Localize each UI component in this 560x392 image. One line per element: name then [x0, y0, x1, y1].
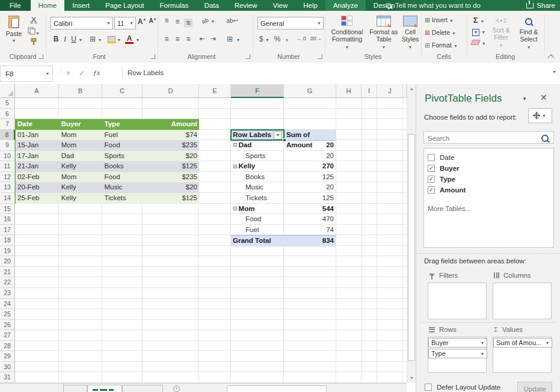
name-box[interactable]: F8 ▼: [0, 66, 53, 82]
row-header-15[interactable]: 15: [0, 204, 15, 215]
field-checkbox[interactable]: ✓: [428, 176, 435, 183]
font-dialog-launcher[interactable]: [150, 54, 155, 59]
new-sheet-button[interactable]: +: [173, 385, 180, 392]
pivot-row-tickets[interactable]: Tickets125: [231, 193, 336, 204]
data-table-header-row[interactable]: DateBuyerTypeAmount: [16, 119, 199, 130]
collapse-icon[interactable]: ⊟: [233, 206, 238, 212]
row-header-23[interactable]: 23: [0, 288, 15, 299]
row-header-11[interactable]: 11: [0, 161, 15, 172]
search-input[interactable]: [426, 132, 540, 144]
column-header-C[interactable]: C: [102, 84, 143, 98]
row-header-13[interactable]: 13: [0, 182, 15, 193]
pivot-row-music[interactable]: Music20: [231, 182, 336, 193]
ribbon-tab-page-layout[interactable]: Page Layout: [97, 0, 152, 11]
row-header-25[interactable]: 25: [0, 309, 15, 320]
enter-button[interactable]: ✓: [79, 69, 85, 78]
scroll-down-button[interactable]: ▼: [408, 373, 416, 382]
cell-styles-button[interactable]: Cell Styles ▼: [399, 14, 421, 51]
values-drop-area[interactable]: Sum of Amou...▼: [493, 337, 552, 373]
row-header-29[interactable]: 29: [0, 351, 15, 362]
merge-dropdown-arrow[interactable]: ▼: [235, 38, 241, 42]
select-all-corner[interactable]: [0, 84, 15, 98]
decrease-decimal-button[interactable]: .00→: [308, 35, 322, 41]
font-color-button[interactable]: A: [125, 35, 134, 44]
middle-align-button[interactable]: ≡: [173, 17, 182, 26]
ribbon-tab-formulas[interactable]: Formulas: [152, 0, 197, 11]
number-format-dropdown-arrow[interactable]: ▼: [315, 21, 323, 25]
delete-cells-button[interactable]: ⊠ Delete ▼: [425, 29, 463, 36]
search-icon[interactable]: [541, 135, 549, 142]
update-button[interactable]: Update: [517, 382, 552, 392]
rows-drop-area[interactable]: Buyer▼Type▼: [428, 337, 487, 373]
row-header-8[interactable]: 8: [0, 130, 15, 141]
pivot-row-grand-total[interactable]: Grand Total834: [231, 235, 336, 247]
fill-button[interactable]: ▼ ▼: [472, 27, 486, 36]
ribbon-tab-view[interactable]: View: [265, 0, 296, 11]
field-item-amount[interactable]: ✓Amount: [428, 185, 466, 195]
data-table-row[interactable]: 25-FebKellyTickets$125: [16, 193, 199, 204]
row-header-12[interactable]: 12: [0, 172, 15, 183]
area-field-dropdown-arrow[interactable]: ▼: [478, 352, 487, 356]
borders-button[interactable]: ⊞: [88, 35, 97, 43]
data-table-row[interactable]: 21-JanKellyBooks$125: [16, 161, 199, 172]
row-header-21[interactable]: 21: [0, 267, 15, 278]
pivot-row-food[interactable]: Food470: [231, 214, 336, 225]
accounting-format-button[interactable]: $: [257, 35, 265, 43]
sheet-tab[interactable]: [122, 385, 163, 392]
field-checkbox[interactable]: ✓: [428, 186, 435, 194]
row-header-31[interactable]: 31: [0, 372, 15, 383]
row-header-30[interactable]: 30: [0, 362, 15, 373]
ribbon-tab-review[interactable]: Review: [227, 0, 265, 11]
merge-center-button[interactable]: ⊞: [225, 35, 235, 43]
column-header-E[interactable]: E: [199, 84, 231, 98]
font-size-combo[interactable]: 11 ▼: [114, 17, 136, 29]
expand-formula-bar-button[interactable]: ▼: [552, 70, 556, 74]
decrease-indent-button[interactable]: ⇤: [197, 35, 207, 43]
data-table-row[interactable]: 02-FebMomFood$235: [16, 172, 199, 183]
column-header-F[interactable]: F: [231, 84, 284, 98]
field-item-date[interactable]: Date: [428, 152, 454, 163]
fill-handle[interactable]: [283, 138, 286, 142]
field-checkbox[interactable]: [428, 154, 435, 161]
align-right-button[interactable]: ≡: [184, 35, 192, 43]
alignment-dialog-launcher[interactable]: [245, 54, 250, 59]
data-table-row[interactable]: 15-JanMomFood$235: [16, 140, 199, 151]
row-header-9[interactable]: 9: [0, 140, 15, 151]
tools-button[interactable]: ▼: [528, 108, 552, 123]
ribbon-tab-file[interactable]: File: [0, 0, 31, 11]
cut-button[interactable]: [28, 17, 40, 26]
pivot-row-books[interactable]: Books125: [231, 172, 336, 183]
more-tables-link[interactable]: More Tables...: [428, 205, 471, 212]
grow-font-button[interactable]: A▲: [137, 17, 147, 26]
insert-function-button[interactable]: ƒx: [93, 69, 100, 78]
underline-dropdown-arrow[interactable]: ▼: [78, 38, 84, 42]
sheet-tab-active[interactable]: [87, 385, 122, 392]
vertical-scrollbar[interactable]: ▲ ▼: [407, 84, 416, 383]
area-field-dropdown-arrow[interactable]: ▼: [478, 341, 487, 345]
clipboard-dialog-launcher[interactable]: [38, 54, 43, 59]
row-header-5[interactable]: 5: [0, 98, 15, 109]
number-format-combo[interactable]: General ▼: [257, 17, 324, 29]
row-header-27[interactable]: 27: [0, 330, 15, 341]
accounting-dropdown-arrow[interactable]: ▼: [265, 38, 270, 42]
comma-style-button[interactable]: ,: [284, 34, 290, 42]
field-item-buyer[interactable]: ✓Buyer: [428, 163, 460, 174]
pivot-row-mom[interactable]: ⊟Mom544: [231, 204, 336, 215]
area-field-sum-of-amou[interactable]: Sum of Amou...▼: [493, 338, 552, 348]
row-header-28[interactable]: 28: [0, 341, 15, 352]
top-align-button[interactable]: ≡: [162, 16, 171, 25]
area-field-dropdown-arrow[interactable]: ▼: [543, 341, 552, 345]
column-header-D[interactable]: D: [143, 84, 199, 98]
vertical-scrollbar-thumb[interactable]: [408, 134, 415, 361]
bottom-align-button[interactable]: ≡: [184, 19, 192, 27]
ribbon-tab-help[interactable]: Help: [295, 0, 325, 11]
field-item-type[interactable]: ✓Type: [428, 174, 455, 185]
underline-button[interactable]: U: [70, 35, 78, 43]
data-table-row[interactable]: 01-JanMomFuel$74: [16, 130, 199, 141]
collapse-icon[interactable]: ⊟: [233, 142, 238, 148]
ribbon-tab-analyze[interactable]: Analyze: [325, 0, 366, 11]
row-header-22[interactable]: 22: [0, 277, 15, 288]
pane-options-arrow[interactable]: ▼: [522, 96, 527, 102]
tell-me-box[interactable]: Tell me what you want to do: [386, 0, 481, 11]
pivot-row-kelly[interactable]: ⊟Kelly270: [231, 161, 336, 172]
